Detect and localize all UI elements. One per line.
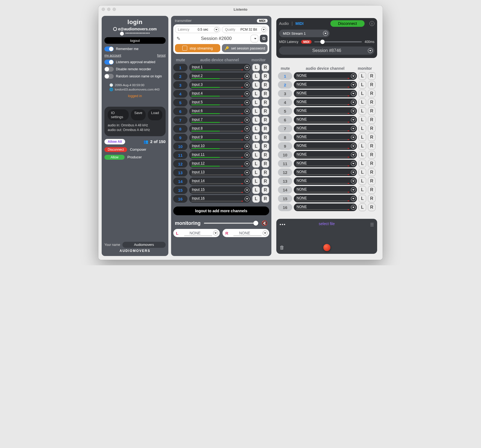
monitor-R-button[interactable]: R <box>262 90 269 98</box>
mute-button[interactable]: 5 <box>173 99 187 106</box>
disable-recorder-toggle[interactable] <box>104 67 114 72</box>
monitor-L-button[interactable]: L <box>359 168 366 176</box>
mute-button[interactable]: 1 <box>173 64 187 71</box>
mute-button[interactable]: 15 <box>173 186 187 194</box>
monitor-R-button[interactable]: R <box>368 90 376 97</box>
receiver-session-select[interactable]: Session #8746 <box>279 46 374 55</box>
monitor-R-button[interactable]: R <box>262 186 269 194</box>
monitor-R-button[interactable]: R <box>262 116 269 124</box>
monitor-L-button[interactable]: L <box>359 116 366 124</box>
device-select[interactable]: Input 1 <box>189 64 251 71</box>
monitor-L-button[interactable]: L <box>359 98 366 106</box>
monitor-R-button[interactable]: R <box>368 186 376 194</box>
monitor-R-button[interactable]: R <box>262 134 269 141</box>
session-password-button[interactable]: 🔑 set session password <box>222 44 268 52</box>
monitor-R-button[interactable]: R <box>368 168 376 176</box>
save-button[interactable]: Save <box>131 109 146 120</box>
device-select[interactable]: NONE <box>294 125 357 132</box>
mute-button[interactable]: 14 <box>173 178 187 185</box>
device-select[interactable]: Input 11 <box>189 151 251 159</box>
device-select[interactable]: Input 5 <box>189 99 251 106</box>
mute-button[interactable]: 16 <box>278 203 292 211</box>
midi-latency-slider[interactable] <box>314 41 362 42</box>
listener-allow-button[interactable]: Allow <box>104 155 125 160</box>
monitor-R-button[interactable]: R <box>368 72 376 80</box>
device-select[interactable]: NONE <box>294 72 357 80</box>
monitor-R-button[interactable]: R <box>368 142 376 150</box>
device-select[interactable]: Input 2 <box>189 72 251 80</box>
mute-button[interactable]: 11 <box>278 160 292 167</box>
device-select[interactable]: NONE <box>294 151 357 159</box>
monitor-L-button[interactable]: L <box>359 81 366 89</box>
device-select[interactable]: Input 7 <box>189 116 251 124</box>
monitor-L-button[interactable]: L <box>252 142 260 150</box>
edit-session-icon[interactable]: ✎ <box>175 35 182 42</box>
mute-button[interactable]: 12 <box>278 168 292 176</box>
monitor-L-button[interactable]: L <box>359 107 366 115</box>
device-select[interactable]: NONE <box>294 142 357 150</box>
monitor-L-button[interactable]: L <box>359 160 366 167</box>
monitor-L-button[interactable]: L <box>252 90 260 98</box>
mute-button[interactable]: 10 <box>278 151 292 159</box>
midi-stream-select[interactable]: MIDI Stream 1 <box>279 30 330 37</box>
io-settings-button[interactable]: IO settings <box>108 109 129 120</box>
monitor-R-button[interactable]: R <box>368 151 376 159</box>
monitoring-mute-icon[interactable]: 🔇 <box>262 220 268 226</box>
listeners-approval-toggle[interactable] <box>104 60 114 65</box>
monitor-L-button[interactable]: L <box>252 81 260 89</box>
monitor-R-button[interactable]: R <box>368 116 376 124</box>
monitor-L-button[interactable]: L <box>359 203 366 211</box>
monitor-R-button[interactable]: R <box>368 133 376 141</box>
device-select[interactable]: Input 13 <box>189 169 251 176</box>
select-file-button[interactable]: select file <box>276 222 377 226</box>
monitor-R-button[interactable]: R <box>262 142 269 150</box>
mute-button[interactable]: 5 <box>278 107 292 115</box>
mute-button[interactable]: 4 <box>278 98 292 106</box>
mute-button[interactable]: 10 <box>173 142 187 150</box>
mute-button[interactable]: 8 <box>173 125 187 133</box>
mute-button[interactable]: 7 <box>173 116 187 124</box>
monitor-L-button[interactable]: L <box>359 151 366 159</box>
device-select[interactable]: Input 6 <box>189 107 251 115</box>
mute-button[interactable]: 13 <box>173 169 187 176</box>
device-select[interactable]: Input 4 <box>189 90 251 98</box>
mute-button[interactable]: 6 <box>173 107 187 115</box>
mute-button[interactable]: 2 <box>278 81 292 89</box>
mute-button[interactable]: 3 <box>173 81 187 89</box>
monitor-L-button[interactable]: L <box>252 99 260 106</box>
device-select[interactable]: Input 15 <box>189 186 251 194</box>
device-select[interactable]: Input 9 <box>189 134 251 141</box>
mute-button[interactable]: 13 <box>278 177 292 185</box>
monitor-L-button[interactable]: L <box>359 125 366 132</box>
monitor-L-button[interactable]: L <box>252 169 260 176</box>
your-name-input[interactable] <box>122 242 166 248</box>
monitor-R-select[interactable]: RNONE <box>222 229 269 237</box>
delete-file-icon[interactable]: 🗑 <box>280 245 285 251</box>
copy-session-button[interactable]: ⧉ <box>260 35 268 42</box>
mute-button[interactable]: 7 <box>278 125 292 132</box>
monitor-L-button[interactable]: L <box>359 186 366 194</box>
device-select[interactable]: Input 8 <box>189 125 251 133</box>
device-select[interactable]: NONE <box>294 195 357 202</box>
logout-button[interactable]: logout <box>104 37 166 44</box>
device-select[interactable]: NONE <box>294 98 357 106</box>
monitor-R-button[interactable]: R <box>368 195 376 202</box>
monitor-R-button[interactable]: R <box>262 195 269 203</box>
record-button[interactable] <box>323 244 330 251</box>
layers-icon[interactable]: ☰ <box>370 222 374 227</box>
monitor-R-button[interactable]: R <box>262 169 269 176</box>
device-select[interactable]: Input 16 <box>189 195 251 203</box>
monitor-R-button[interactable]: R <box>368 125 376 132</box>
mute-button[interactable]: 15 <box>278 195 292 202</box>
monitor-L-button[interactable]: L <box>359 142 366 150</box>
monitor-L-button[interactable]: L <box>252 107 260 115</box>
mute-button[interactable]: 12 <box>173 160 187 168</box>
device-select[interactable]: NONE <box>294 116 357 124</box>
monitor-R-button[interactable]: R <box>262 151 269 159</box>
device-select[interactable]: NONE <box>294 90 357 97</box>
load-button[interactable]: Load <box>148 109 162 120</box>
device-select[interactable]: NONE <box>294 203 357 211</box>
monitor-R-button[interactable]: R <box>262 99 269 106</box>
monitor-R-button[interactable]: R <box>368 177 376 185</box>
device-select[interactable]: NONE <box>294 160 357 167</box>
